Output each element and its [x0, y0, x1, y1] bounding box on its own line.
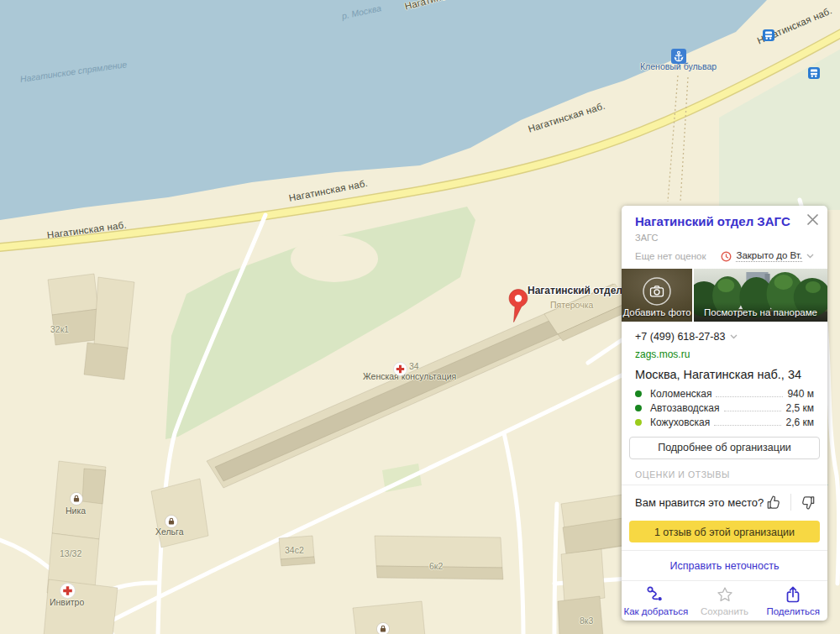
medical-cross-icon[interactable] [393, 362, 407, 376]
metro-list: Коломенская 940 м Автозаводская 2,5 км К… [635, 386, 814, 429]
metro-line-dot [635, 390, 642, 397]
metro-distance: 2,6 км [785, 417, 814, 428]
website-link[interactable]: zags.mos.ru [635, 348, 814, 360]
building-label: 8к3 [580, 616, 593, 626]
action-label: Поделиться [766, 606, 820, 616]
metro-row[interactable]: Кожуховская 2,6 км [635, 415, 814, 429]
thumb-down-icon[interactable] [800, 495, 816, 511]
metro-line-dot [635, 405, 642, 411]
chevron-down-icon [806, 254, 814, 259]
action-label: Сохранить [701, 606, 748, 616]
shop-bag-icon[interactable] [70, 492, 83, 506]
phone-row[interactable]: +7 (499) 618-27-83 [635, 331, 814, 343]
river-water [0, 0, 767, 220]
metro-distance: 940 м [787, 388, 814, 400]
like-row: Вам нравится это место? [622, 485, 827, 517]
bus-stop-icon[interactable] [763, 29, 774, 41]
action-bar: Как добраться Сохранить Поделиться [622, 580, 827, 621]
photo-row: Добавить фото [622, 269, 827, 322]
shop-bag-icon[interactable] [376, 622, 390, 634]
place-category: ЗАГС [635, 233, 814, 243]
metro-row[interactable]: Коломенская 940 м [635, 386, 814, 401]
share-button[interactable]: Поделиться [759, 585, 827, 616]
yandex-maps-app: Нагатинское спрямление р. Москва Нагатин… [0, 0, 840, 634]
add-photo-label: Добавить фото [622, 307, 692, 317]
review-button[interactable]: 1 отзыв об этой организации [629, 521, 820, 542]
chevron-down-icon [730, 334, 738, 339]
dotted-leader [714, 425, 781, 426]
building-label: 13/32 [60, 548, 81, 558]
metro-name: Кожуховская [650, 417, 710, 428]
camera-icon [640, 275, 674, 308]
panorama-button[interactable]: Посмотреть на панораме [694, 269, 827, 322]
phone-number: +7 (499) 618-27-83 [635, 331, 725, 343]
card-header: Нагатинский отдел ЗАГС ЗАГС Еще нет оцен… [622, 206, 827, 269]
address-text: Москва, Нагатинская наб., 34 [635, 368, 814, 381]
reviews-header: ОЦЕНКИ И ОТЗЫВЫ [622, 459, 827, 485]
rating-text: Еще нет оценок [635, 251, 706, 261]
close-icon[interactable] [806, 213, 819, 226]
building-label: 6к2 [429, 561, 443, 571]
shop-bag-icon[interactable] [165, 515, 178, 528]
thumb-up-icon[interactable] [766, 495, 782, 511]
poi-label-shop[interactable]: Ника [66, 506, 86, 516]
metro-name: Автозаводская [650, 402, 720, 414]
metro-row[interactable]: Автозаводская 2,5 км [635, 401, 814, 415]
like-question: Вам нравится это место? [635, 496, 766, 509]
anchor-icon[interactable] [671, 49, 686, 64]
medical-cross-icon[interactable] [60, 583, 76, 599]
dotted-leader [724, 411, 782, 411]
details-button[interactable]: Подробнее об организации [629, 437, 820, 459]
save-button[interactable]: Сохранить [690, 585, 759, 616]
panorama-label: Посмотреть на панораме [694, 307, 827, 317]
place-title[interactable]: Нагатинский отдел ЗАГС [635, 214, 803, 229]
contact-section: +7 (499) 618-27-83 zags.mos.ru Москва, Н… [622, 322, 827, 429]
route-button[interactable]: Как добраться [622, 585, 690, 616]
action-label: Как добраться [623, 606, 688, 616]
fix-inaccuracy-link[interactable]: Исправить неточность [670, 560, 780, 572]
pier-paths [668, 76, 688, 202]
dotted-leader [716, 396, 783, 397]
status-text: Закрыто до Вт. [736, 250, 802, 262]
bus-stop-icon[interactable] [808, 67, 820, 79]
metro-line-dot [635, 419, 642, 426]
poi-label-clinic[interactable]: Женская консультация [363, 371, 456, 381]
place-card: Нагатинский отдел ЗАГС ЗАГС Еще нет оцен… [622, 206, 827, 621]
share-icon [785, 585, 801, 604]
building-label: 32к1 [50, 324, 69, 334]
open-status[interactable]: Закрыто до Вт. [721, 250, 814, 262]
add-photo-button[interactable]: Добавить фото [622, 269, 692, 322]
metro-name: Коломенская [650, 388, 711, 400]
star-icon [716, 585, 734, 604]
divider [790, 494, 791, 511]
clock-icon [721, 251, 732, 262]
building-label: 34с2 [285, 545, 304, 555]
route-icon [646, 585, 666, 604]
fix-row: Исправить неточность [622, 550, 827, 580]
metro-distance: 2,5 км [785, 402, 814, 414]
poi-label-store[interactable]: Пятерочка [550, 300, 593, 310]
building-label: 34 [409, 361, 419, 371]
